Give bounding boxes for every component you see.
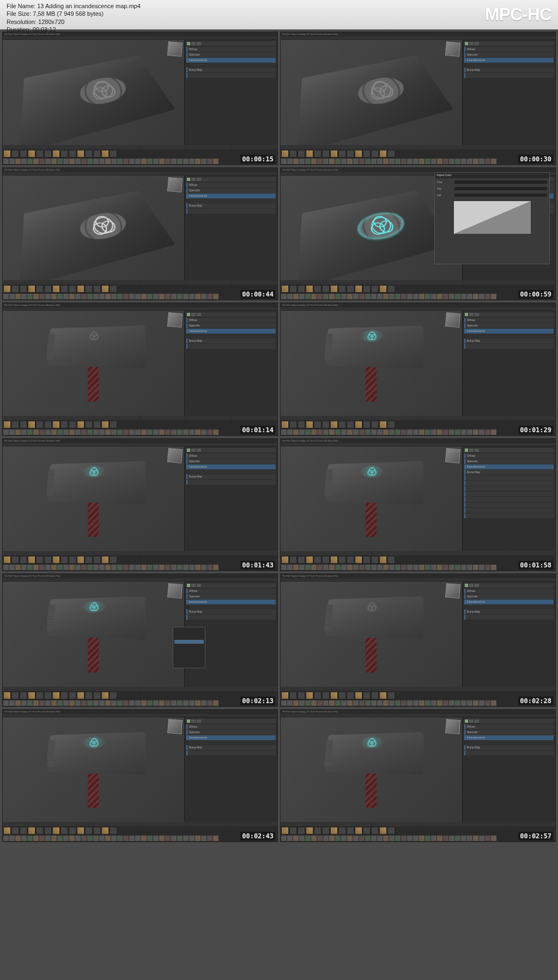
tool-tab (94, 280, 140, 285)
texture-swatch (21, 700, 27, 706)
texture-swatch (195, 429, 201, 435)
viewport-3d (281, 446, 462, 552)
tool-icon (379, 150, 387, 158)
texture-swatch (213, 700, 219, 706)
tool-tab (418, 145, 464, 149)
tool-icon (52, 692, 60, 699)
texture-swatch (69, 159, 75, 164)
video-thumbnail[interactable]: File Edit Objects Display UV Tools Previ… (280, 709, 556, 843)
texture-swatch (123, 700, 129, 706)
texture-swatch (129, 565, 135, 570)
texture-swatch (317, 836, 323, 841)
video-thumbnail[interactable]: File Edit Objects Display UV Tools Previ… (280, 32, 556, 165)
tool-icon (93, 421, 101, 428)
texture-swatch (305, 836, 311, 841)
texture-swatch (365, 429, 371, 435)
texture-swatch (51, 836, 57, 841)
video-thumbnail[interactable]: File Edit Objects Display UV Tools Previ… (280, 167, 556, 301)
texture-swatch (27, 700, 33, 706)
hammer-model-full (322, 733, 421, 807)
tool-icon (371, 285, 379, 293)
tool-icon (306, 827, 313, 834)
property-row: Incandescence (186, 600, 276, 604)
tool-tab (186, 145, 232, 149)
texture-swatch (317, 159, 323, 164)
texture-swatch (365, 159, 371, 164)
texture-swatch (81, 429, 87, 435)
texture-swatch (183, 565, 189, 570)
texture-swatch (177, 429, 183, 435)
texture-swatch (207, 565, 213, 570)
texture-swatch (473, 159, 478, 164)
video-thumbnail[interactable]: File Edit Objects Display UV Tools Previ… (2, 438, 278, 572)
texture-swatch (485, 700, 490, 706)
tool-icon (355, 556, 362, 564)
texture-swatch (111, 836, 117, 841)
texture-swatch (443, 294, 448, 299)
tool-icon (52, 827, 60, 834)
texture-swatch (359, 159, 365, 164)
texture-swatch (311, 565, 317, 570)
hammer-model-full (322, 597, 421, 671)
resolution-label: Resolution: (7, 19, 37, 25)
texture-swatch (159, 429, 165, 435)
tool-icon (77, 827, 84, 834)
texture-swatch (347, 294, 353, 299)
texture-swatch (359, 294, 365, 299)
texture-swatch (299, 700, 305, 706)
texture-swatch (81, 294, 87, 299)
texture-swatch (371, 565, 377, 570)
property-row: Bump Map (464, 470, 554, 475)
texture-swatch (323, 565, 329, 570)
texture-swatch (177, 565, 183, 570)
texture-swatch (123, 836, 129, 841)
texture-swatch (341, 294, 347, 299)
menu-item (174, 628, 204, 632)
field-label: Hue (437, 180, 453, 186)
video-thumbnail[interactable]: File Edit Objects Display UV Tools Previ… (280, 303, 556, 436)
tool-tab (281, 687, 326, 691)
texture-swatch (213, 836, 219, 841)
texture-swatch (281, 159, 287, 164)
texture-swatch (461, 565, 466, 570)
tool-icon (322, 827, 330, 834)
video-thumbnail[interactable]: File Edit Objects Display UV Tools Previ… (2, 573, 278, 707)
video-thumbnail[interactable]: File Edit Objects Display UV Tools Previ… (2, 303, 278, 436)
tool-icon (306, 285, 313, 293)
texture-swatch (377, 294, 383, 299)
texture-swatch (335, 700, 341, 706)
video-thumbnail[interactable]: File Edit Objects Display UV Tools Previ… (280, 573, 556, 707)
video-thumbnail[interactable]: File Edit Objects Display UV Tools Previ… (280, 438, 556, 572)
texture-swatch (99, 294, 105, 299)
texture-swatch (419, 700, 424, 706)
texture-swatch (389, 700, 395, 706)
texture-swatch (377, 159, 383, 164)
property-row: Bump Map (186, 338, 276, 343)
play-icon (465, 42, 468, 45)
menu-item (174, 655, 204, 659)
texture-swatch (401, 565, 407, 570)
tool-icon (44, 692, 52, 699)
app-menubar: File Edit Objects Display UV Tools Previ… (3, 303, 277, 307)
texture-swatch (33, 429, 39, 435)
property-row (464, 492, 554, 497)
tool-icon (36, 556, 44, 564)
video-thumbnail[interactable]: File Edit Objects Display UV Tools Previ… (2, 709, 278, 843)
property-row: Bump Map (186, 203, 276, 208)
texture-swatch (437, 700, 442, 706)
texture-swatch (305, 294, 311, 299)
tool-icon (69, 692, 76, 699)
property-row: Diffuse (464, 453, 554, 458)
video-thumbnail[interactable]: File Edit Objects Display UV Tools Previ… (2, 167, 278, 301)
video-thumbnail[interactable]: File Edit Objects Display UV Tools Previ… (2, 32, 278, 165)
tool-icon (85, 556, 93, 564)
tool-tab (141, 687, 186, 691)
viewport-3d (3, 582, 184, 687)
property-row: Incandescence (186, 58, 276, 63)
property-row (186, 73, 276, 78)
texture-swatch (431, 159, 436, 164)
texture-swatch (141, 429, 147, 435)
texture-swatch (479, 836, 484, 841)
tool-icon (314, 827, 322, 834)
tool-icon (110, 285, 117, 293)
